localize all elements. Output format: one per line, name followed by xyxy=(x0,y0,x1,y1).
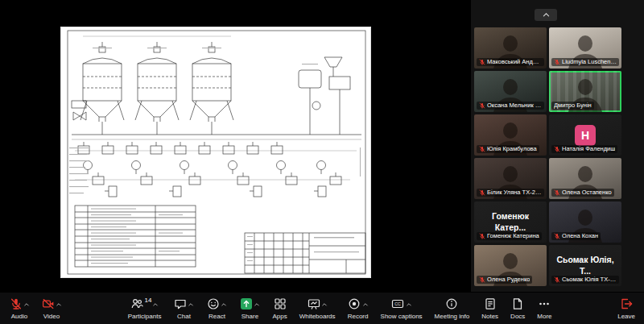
svg-text:CC: CC xyxy=(394,301,401,306)
chevron-up-icon[interactable] xyxy=(362,298,369,310)
chevron-up-icon[interactable] xyxy=(23,298,30,310)
participant-tile-7[interactable]: Білик Уляна ТХ-21М xyxy=(474,158,547,199)
apps-icon xyxy=(273,297,287,311)
toolbar-item-label: React xyxy=(208,313,225,320)
participant-name-label: Оксана Мельник / Світ... xyxy=(477,102,544,110)
audio-button[interactable]: Audio xyxy=(3,293,35,324)
participant-tile-10[interactable]: Олена Кохан xyxy=(549,201,621,243)
chevron-up-icon[interactable] xyxy=(152,298,159,310)
notes-button[interactable]: Notes xyxy=(476,293,504,324)
captions-button[interactable]: CCShow captions xyxy=(375,293,428,324)
toolbar-item-label: Leave xyxy=(617,313,635,320)
toolbar-item-label: Video xyxy=(43,313,60,320)
toolbar-item-label: Docs xyxy=(510,313,525,320)
toolbar-item-label: Participants xyxy=(128,313,162,320)
toolbar: AudioVideo 14ParticipantsChatReactShareA… xyxy=(0,292,644,324)
participant-name-label: Олена Кохан xyxy=(551,232,601,240)
toolbar-item-label: Chat xyxy=(177,313,191,320)
share-button[interactable]: Share xyxy=(233,293,266,324)
toolbar-left: AudioVideo xyxy=(3,293,68,324)
participants-count-badge: 14 xyxy=(145,297,152,304)
toolbar-right: Leave xyxy=(612,293,641,324)
toolbar-item-label: Notes xyxy=(481,313,498,320)
video-button[interactable]: Video xyxy=(35,293,68,324)
collapse-gallery-button[interactable] xyxy=(535,9,557,21)
participant-name-label: Наталія Фалендиш xyxy=(551,145,617,153)
participant-tile-9[interactable]: Гоменюк Катер...Гоменюк Катерина xyxy=(474,201,547,243)
zoom-meeting-window: Маковський Андрій Ми...Liudmyla Luschenk… xyxy=(0,0,644,324)
chevron-up-icon[interactable] xyxy=(321,298,328,310)
participant-name-label: Liudmyla Luschenko xyxy=(551,58,619,66)
info-icon xyxy=(445,297,459,311)
participants-button[interactable]: 14Participants xyxy=(122,293,167,324)
chevron-up-icon[interactable] xyxy=(56,298,62,310)
shared-screen-stage xyxy=(0,0,471,292)
mic-muted-icon xyxy=(479,59,485,65)
whiteboards-button[interactable]: Whiteboards xyxy=(294,293,341,324)
more-button[interactable]: More xyxy=(531,293,557,324)
mic-muted-icon xyxy=(479,276,485,283)
participant-tile-2[interactable]: Liudmyla Luschenko xyxy=(549,27,621,69)
technical-drawing xyxy=(60,27,371,278)
toolbar-item-label: More xyxy=(537,313,551,320)
apps-button[interactable]: Apps xyxy=(266,293,292,324)
mic-muted-icon xyxy=(554,146,560,152)
share-screen-icon xyxy=(239,297,253,311)
toolbar-center: 14ParticipantsChatReactShareAppsWhiteboa… xyxy=(68,293,612,324)
participant-name-label: Олена Остапенко xyxy=(551,189,614,197)
participant-tile-11[interactable]: Олена Руденко xyxy=(474,245,547,286)
chat-icon xyxy=(173,297,187,311)
toolbar-item-label: Meeting info xyxy=(435,313,470,320)
mic-muted-icon xyxy=(479,146,485,152)
chevron-up-icon[interactable] xyxy=(254,298,260,310)
participant-tile-3[interactable]: Оксана Мельник / Світ... xyxy=(474,71,547,112)
participant-tile-12[interactable]: Сьомак Юлія, Т...Сьомак Юлія ТХ-2-4М xyxy=(549,245,621,286)
video-muted-icon xyxy=(41,297,55,311)
leave-button[interactable]: Leave xyxy=(612,293,641,324)
toolbar-item-label: Whiteboards xyxy=(299,313,336,320)
docs-button[interactable]: Docs xyxy=(505,293,530,324)
participants-gallery: Маковський Андрій Ми...Liudmyla Luschenk… xyxy=(474,27,621,286)
mic-muted-icon xyxy=(554,189,560,196)
toolbar-item-label: Audio xyxy=(11,313,27,320)
participants-icon xyxy=(130,297,144,311)
chevron-up-icon[interactable] xyxy=(188,298,194,310)
mic-muted-icon xyxy=(554,59,560,65)
participant-name-label: Гоменюк Катерина xyxy=(477,232,542,240)
toolbar-item-label: Apps xyxy=(272,313,287,320)
chevron-up-icon xyxy=(542,10,551,19)
chevron-up-icon[interactable] xyxy=(221,298,227,310)
participant-name-label: Дмитро Бунін xyxy=(551,102,594,110)
notes-icon xyxy=(483,297,497,311)
participant-name-label: Олена Руденко xyxy=(477,276,532,284)
chat-button[interactable]: Chat xyxy=(167,293,200,324)
participant-tile-8[interactable]: Олена Остапенко xyxy=(549,158,621,199)
chevron-up-icon[interactable] xyxy=(406,298,412,310)
participant-name-label: Маковський Андрій Ми... xyxy=(477,58,544,66)
participant-avatar: Н xyxy=(575,125,596,146)
participant-tile-4[interactable]: Дмитро Бунін xyxy=(549,71,621,112)
meeting-info-button[interactable]: Meeting info xyxy=(429,293,476,324)
mic-muted-icon xyxy=(554,276,560,283)
mic-muted-icon xyxy=(479,102,485,109)
participant-name-label: Сьомак Юлія ТХ-2-4М xyxy=(551,276,619,284)
record-button[interactable]: Record xyxy=(342,293,374,324)
participant-tile-5[interactable]: Юлія Крамбулова xyxy=(474,114,547,156)
captions-icon: CC xyxy=(391,297,405,311)
docs-icon xyxy=(511,297,525,311)
record-icon xyxy=(348,297,361,311)
toolbar-item-label: Record xyxy=(348,313,369,320)
toolbar-item-label: Show captions xyxy=(381,313,423,320)
mic-muted-icon xyxy=(554,233,560,239)
whiteboard-icon xyxy=(307,297,320,311)
participant-name-label: Білик Уляна ТХ-21М xyxy=(477,189,544,197)
shared-drawing-sheet xyxy=(60,27,371,278)
more-icon xyxy=(538,297,551,311)
participant-tile-6[interactable]: ННаталія Фалендиш xyxy=(549,114,621,156)
participant-tile-1[interactable]: Маковський Андрій Ми... xyxy=(474,27,547,69)
mic-muted-icon xyxy=(479,189,485,196)
react-button[interactable]: React xyxy=(200,293,233,324)
react-icon xyxy=(206,297,220,311)
participant-name-label: Юлія Крамбулова xyxy=(477,145,539,153)
leave-icon xyxy=(620,297,634,311)
